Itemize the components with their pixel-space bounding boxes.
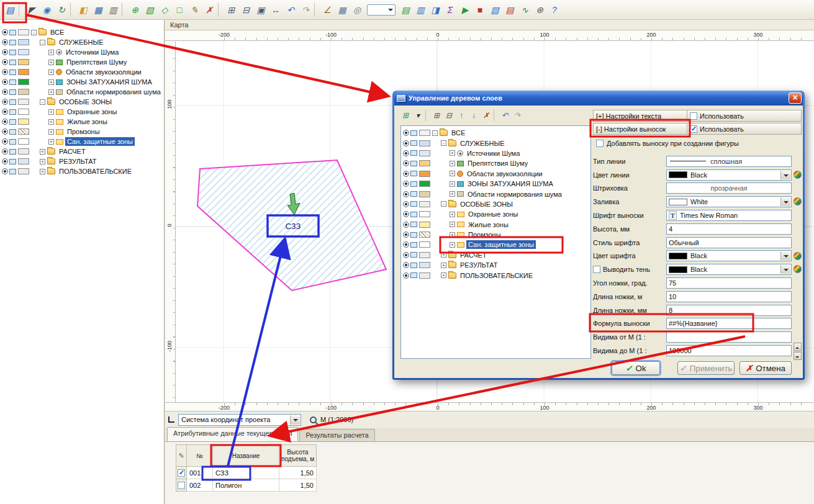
undo-icon[interactable]: ↶ (499, 109, 511, 122)
layer-color-swatch[interactable] (18, 39, 29, 45)
tab-results[interactable]: Результаты расчета (299, 429, 374, 441)
layer-display-icon[interactable] (410, 263, 417, 268)
layer-tree-icon[interactable]: ▤ (398, 2, 413, 17)
isoline-icon[interactable]: ∿ (517, 2, 532, 17)
tree-expander[interactable]: + (441, 263, 446, 268)
cell-name[interactable]: Полигон (213, 479, 279, 492)
layer-display-icon[interactable] (410, 201, 417, 207)
layer-color-swatch[interactable] (419, 150, 430, 156)
property-value-field[interactable]: прозрачная (666, 182, 792, 194)
layer-display-icon[interactable] (410, 272, 417, 278)
visibility-eye-icon[interactable] (2, 39, 8, 45)
layer-display-icon[interactable] (410, 222, 417, 227)
tree-expander[interactable]: + (450, 161, 455, 166)
property-value-field[interactable]: Black (666, 264, 792, 275)
cell-number[interactable]: 002 (187, 479, 213, 492)
layer-display-icon[interactable] (9, 109, 16, 115)
zoom-in-icon[interactable]: ⊞ (224, 2, 238, 17)
tree-expander[interactable]: - (40, 40, 45, 45)
chevron-down-icon[interactable] (780, 265, 790, 274)
visibility-eye-icon[interactable] (403, 232, 409, 238)
chevron-down-icon[interactable] (780, 251, 790, 260)
layer-display-icon[interactable] (410, 242, 417, 248)
table-row[interactable]: 002 Полигон 1,50 (176, 479, 317, 492)
layer-tree-item-label[interactable]: ЗОНЫ ЗАТУХАНИЯ ШУМА (65, 78, 154, 86)
visibility-eye-icon[interactable] (403, 262, 409, 268)
palette-icon[interactable] (794, 171, 802, 179)
tree-expander[interactable]: + (450, 212, 455, 217)
layer-color-swatch[interactable] (419, 181, 430, 187)
ok-button[interactable]: ✓Ok (612, 361, 660, 375)
palette-icon[interactable] (794, 197, 802, 205)
layer-tree-item-label[interactable]: РАСЧЕТ (57, 147, 88, 156)
layer-color-swatch[interactable] (419, 201, 430, 207)
property-value-field[interactable]: 10 (666, 291, 792, 302)
layer-tree-item-label[interactable]: ПОЛЬЗОВАТЕЛЬСКИЕ (57, 167, 133, 176)
tree-expander[interactable]: + (450, 242, 455, 248)
property-value-field[interactable] (666, 331, 792, 343)
magnifier-icon[interactable] (310, 416, 317, 423)
visibility-eye-icon[interactable] (403, 150, 409, 156)
layer-tree-item-label[interactable]: РЕЗУЛЬТАТ (57, 157, 98, 166)
layer-tree-item-label[interactable]: Сан. защитные зоны (65, 137, 135, 146)
visibility-eye-icon[interactable] (2, 128, 8, 135)
next-view-icon[interactable]: ↷ (298, 2, 313, 17)
results-icon[interactable]: ▧ (487, 2, 502, 17)
property-value-field[interactable]: Обычный (666, 237, 792, 248)
save-icon[interactable]: ▦ (91, 2, 106, 17)
spin-up-icon[interactable] (794, 343, 802, 351)
layer-color-swatch[interactable] (419, 160, 430, 166)
tree-expander[interactable]: + (48, 79, 54, 85)
property-value-field[interactable]: сплошная (666, 156, 792, 167)
layer-tree-item-label[interactable]: СЛУЖЕБНЫЕ (57, 38, 106, 47)
layer-tree-item-label[interactable]: РАСЧЕТ (458, 251, 489, 259)
use-checkbox[interactable] (690, 125, 697, 133)
layer-display-icon[interactable] (9, 119, 16, 125)
add-group-icon[interactable]: ⊞ (399, 109, 412, 122)
layer-tree-item-label[interactable]: Источники Шума (465, 149, 522, 158)
property-value-field[interactable]: 4 (666, 223, 792, 235)
layer-tree-item-label[interactable]: Промзоны (466, 230, 503, 239)
tree-expander[interactable]: + (450, 171, 455, 176)
property-value-field[interactable]: 100000 (666, 345, 792, 356)
property-value-field[interactable]: ##%{Название} (666, 318, 792, 329)
tree-expander[interactable]: - (441, 140, 446, 146)
header-number[interactable]: № (187, 444, 213, 467)
property-value-field[interactable]: Black (666, 169, 792, 181)
measure-icon[interactable]: ∠ (320, 2, 335, 17)
dialog-titlebar[interactable]: Управление деревом слоев (394, 91, 803, 106)
add-zone-icon[interactable]: ◇ (157, 2, 172, 17)
header-name[interactable]: Название (213, 444, 279, 467)
layer-color-swatch[interactable] (419, 252, 430, 258)
help-icon[interactable]: ? (547, 2, 562, 17)
visibility-eye-icon[interactable] (2, 49, 8, 55)
tree-expander[interactable]: + (48, 60, 54, 65)
close-icon[interactable] (789, 92, 802, 104)
layer-display-icon[interactable] (410, 212, 417, 217)
run-calculation-icon[interactable]: ▶ (458, 2, 473, 17)
print-icon[interactable]: ▥ (106, 2, 120, 17)
layer-display-icon[interactable] (9, 139, 16, 145)
layer-tree-item-label[interactable]: Сан. защитные зоны (466, 240, 536, 249)
tree-expander[interactable]: + (450, 150, 455, 156)
visibility-eye-icon[interactable] (2, 138, 8, 145)
visibility-eye-icon[interactable] (403, 252, 409, 258)
visibility-eye-icon[interactable] (2, 158, 8, 164)
property-value-field[interactable]: 75 (666, 277, 792, 289)
cell-height[interactable]: 1,50 (279, 479, 317, 492)
redo-icon[interactable]: ↷ (511, 109, 523, 122)
visibility-eye-icon[interactable] (403, 130, 409, 136)
tree-expander[interactable]: + (441, 272, 446, 278)
layer-tree-item-label[interactable]: Области звукоизоляции (64, 68, 143, 76)
layer-tree-item-label[interactable]: ЗОНЫ ЗАТУХАНИЯ ШУМА (466, 179, 555, 188)
layer-tree-item-label[interactable]: Жилые зоны (466, 220, 510, 229)
attribute-table-icon[interactable]: ▥ (413, 2, 428, 17)
layer-display-icon[interactable] (9, 79, 16, 85)
visibility-eye-icon[interactable] (403, 181, 409, 187)
layer-display-icon[interactable] (410, 171, 417, 176)
cell-height[interactable]: 1,50 (279, 467, 317, 479)
chevron-down-icon[interactable] (290, 415, 300, 425)
layer-display-icon[interactable] (410, 150, 417, 156)
delete-callout-icon[interactable]: ✗ (480, 109, 492, 122)
property-value-field[interactable]: Black (666, 250, 792, 261)
